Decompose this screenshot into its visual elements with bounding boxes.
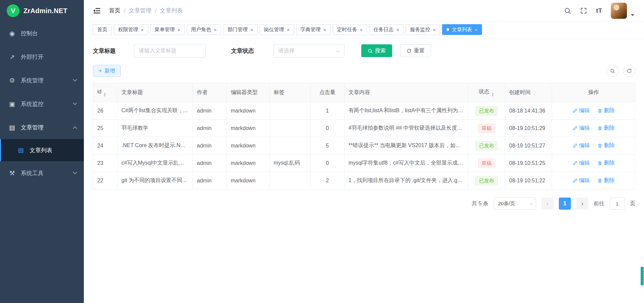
prev-page-button[interactable]: ‹ <box>541 198 553 210</box>
cell-content: 1，找到项目所在目录下的 .git/文件夹，进入.git/... <box>344 172 468 189</box>
column-header-label: 文章内容 <box>348 89 370 95</box>
tab-item[interactable]: 部门管理 <box>223 24 258 35</box>
avatar[interactable] <box>611 3 627 19</box>
tab-close-icon[interactable] <box>214 27 217 32</box>
tab-close-icon[interactable] <box>250 27 253 32</box>
edit-button[interactable]: 编辑 <box>573 160 590 167</box>
article-title-input[interactable] <box>134 44 206 57</box>
page-size-select[interactable]: 20条/页 <box>494 198 536 210</box>
status-badge: 已发布 <box>475 176 498 185</box>
breadcrumb: 首页 / 文章管理 / 文章列表 <box>109 7 182 14</box>
tab-close-icon[interactable] <box>475 27 478 32</box>
refresh-table-button[interactable] <box>623 65 635 77</box>
pagination: 共 5 条 20条/页 ‹ 1 › 前往 页 <box>93 198 635 210</box>
goto-page-input[interactable] <box>610 198 625 210</box>
cell-editor: markdown <box>227 102 270 120</box>
status-badge: 草稿 <box>478 159 495 168</box>
search-button[interactable]: 搜索 <box>361 44 392 57</box>
search-icon[interactable] <box>564 7 571 14</box>
sidebar-item-article-admin[interactable]: ▤文章管理 <box>0 116 84 139</box>
column-header: 作者 <box>193 83 227 102</box>
column-header[interactable]: id <box>93 83 117 102</box>
sidebar-collapse-icon[interactable] <box>93 7 101 15</box>
tab-close-icon[interactable] <box>141 27 144 32</box>
delete-icon <box>597 108 602 113</box>
breadcrumb-home[interactable]: 首页 <box>109 7 120 14</box>
fullscreen-icon[interactable] <box>580 7 587 14</box>
chevron-up-icon <box>73 126 77 130</box>
tab-item[interactable]: 服务监控 <box>406 24 440 35</box>
tab-close-icon[interactable] <box>396 27 399 32</box>
edit-button[interactable]: 编辑 <box>573 107 590 114</box>
delete-button[interactable]: 删除 <box>597 125 615 132</box>
edit-button[interactable]: 编辑 <box>573 177 590 184</box>
tab-item[interactable]: 文章列表 <box>442 24 482 35</box>
reset-button[interactable]: 重置 <box>400 44 431 57</box>
cell-author: admin <box>193 137 227 155</box>
tab-close-icon[interactable] <box>360 27 363 32</box>
delete-icon <box>597 178 602 183</box>
sidebar-item-article-list[interactable]: ▤文章列表 <box>0 139 84 161</box>
delete-button[interactable]: 删除 <box>597 107 615 114</box>
cell-status: 已发布 <box>468 102 505 120</box>
add-button[interactable]: 新增 <box>93 65 121 77</box>
cell-clicks: 2 <box>311 172 344 189</box>
edit-icon <box>573 108 578 113</box>
tab-item[interactable]: 用户角色 <box>187 24 221 35</box>
tab-item[interactable]: 岗位管理 <box>260 24 294 35</box>
tab-close-icon[interactable] <box>323 27 326 32</box>
edit-button[interactable]: 编辑 <box>573 125 590 132</box>
cell-clicks: 0 <box>311 155 344 172</box>
tab-item[interactable]: 字典管理 <box>296 24 331 35</box>
tab-item[interactable]: 定时任务 <box>333 24 367 35</box>
delete-button[interactable]: 删除 <box>597 142 615 149</box>
page-number-1[interactable]: 1 <box>559 198 571 210</box>
article-status-select[interactable]: 请选择 <box>273 44 344 57</box>
cell-created: 08-19 10:51:27 <box>505 137 552 155</box>
sidebar-item-system-tools[interactable]: ⚒系统工具 <box>0 161 84 185</box>
search-icon <box>368 48 373 53</box>
column-header-label: 状态 <box>479 89 489 94</box>
column-header[interactable]: 状态 <box>468 83 505 102</box>
delete-button[interactable]: 删除 <box>597 177 615 184</box>
tab-close-icon[interactable] <box>177 27 180 32</box>
breadcrumb-article-admin[interactable]: 文章管理 <box>129 7 152 14</box>
cell-author: admin <box>193 102 227 120</box>
tab-item[interactable]: 权限管理 <box>114 24 148 35</box>
status-badge: 草稿 <box>478 124 495 133</box>
next-page-button[interactable]: › <box>576 198 588 210</box>
tab-item[interactable]: 任务日志 <box>369 24 404 35</box>
sort-carets-icon[interactable] <box>103 92 106 97</box>
sidebar-item-external-open[interactable]: ↗外部打开 <box>0 45 84 69</box>
tab-item[interactable]: 首页 <box>93 24 112 35</box>
tab-close-icon[interactable] <box>287 27 290 32</box>
chevron-down-icon[interactable] <box>631 14 634 16</box>
edit-button[interactable]: 编辑 <box>573 142 590 149</box>
sidebar-item-system-monitor[interactable]: ▣系统监控 <box>0 92 84 116</box>
goto-label: 前往 <box>594 200 604 207</box>
cell-editor: markdown <box>227 120 270 137</box>
active-dot-icon <box>446 28 449 31</box>
delete-label: 删除 <box>604 107 615 114</box>
cell-content: mysql字符集utf8，c#写入中文后，全部显示成? ... <box>344 155 468 172</box>
scrollbar-thumb[interactable] <box>641 267 644 286</box>
logo-icon: V <box>7 4 19 17</box>
monitor-icon: ▣ <box>8 100 16 108</box>
tab-item[interactable]: 菜单管理 <box>150 24 185 35</box>
column-header-label: 点击量 <box>319 89 335 95</box>
external-link-icon: ↗ <box>8 53 16 61</box>
font-size-icon[interactable]: tT <box>596 7 602 14</box>
cell-tags <box>270 137 311 155</box>
sidebar-item-system-admin[interactable]: ⚙系统管理 <box>0 69 84 92</box>
cell-operations: 编辑删除 <box>552 172 635 189</box>
tab-label: 用户角色 <box>191 27 211 33</box>
delete-button[interactable]: 删除 <box>597 160 615 167</box>
sidebar-item-label: 控制台 <box>21 30 38 37</box>
sidebar: V ZrAdmin.NET ◉控制台↗外部打开⚙系统管理▣系统监控▤文章管理▤文… <box>0 0 84 303</box>
sort-carets-icon[interactable] <box>491 92 494 97</box>
sidebar-item-dashboard[interactable]: ◉控制台 <box>0 21 84 45</box>
tab-close-icon[interactable] <box>433 27 436 32</box>
toggle-search-button[interactable] <box>606 65 619 77</box>
chevron-down-icon <box>336 48 340 52</box>
chevron-down-icon <box>530 202 533 205</box>
